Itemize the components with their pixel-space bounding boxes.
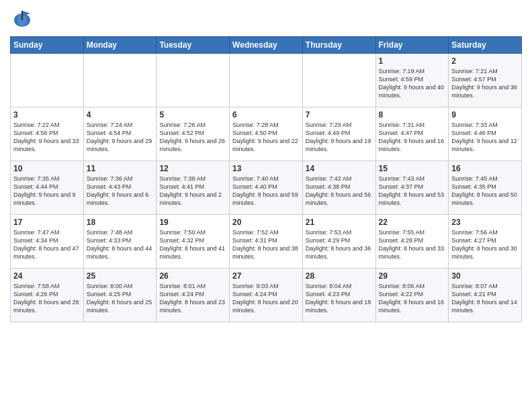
calendar-header-row: SundayMondayTuesdayWednesdayThursdayFrid… — [11, 37, 522, 54]
day-cell: 20Sunrise: 7:52 AM Sunset: 4:31 PM Dayli… — [230, 215, 303, 269]
day-number: 3 — [13, 110, 81, 120]
day-number: 19 — [159, 218, 226, 227]
day-number: 4 — [87, 110, 154, 120]
day-cell: 12Sunrise: 7:38 AM Sunset: 4:41 PM Dayli… — [157, 161, 230, 215]
day-cell: 24Sunrise: 7:58 AM Sunset: 4:26 PM Dayli… — [11, 269, 84, 322]
day-info: Sunrise: 8:07 AM Sunset: 4:21 PM Dayligh… — [451, 282, 519, 315]
day-cell — [230, 54, 303, 107]
logo-icon — [10, 7, 34, 31]
day-cell: 23Sunrise: 7:56 AM Sunset: 4:27 PM Dayli… — [449, 215, 522, 269]
day-cell: 26Sunrise: 8:01 AM Sunset: 4:24 PM Dayli… — [157, 269, 230, 322]
week-row-2: 3Sunrise: 7:22 AM Sunset: 4:56 PM Daylig… — [11, 107, 522, 161]
day-info: Sunrise: 7:22 AM Sunset: 4:56 PM Dayligh… — [13, 121, 81, 154]
day-info: Sunrise: 7:56 AM Sunset: 4:27 PM Dayligh… — [451, 228, 519, 261]
day-number: 15 — [379, 164, 446, 173]
day-number: 30 — [451, 271, 519, 281]
day-info: Sunrise: 7:43 AM Sunset: 4:37 PM Dayligh… — [379, 175, 446, 208]
col-header-sunday: Sunday — [11, 37, 84, 54]
col-header-friday: Friday — [375, 37, 449, 54]
day-cell: 15Sunrise: 7:43 AM Sunset: 4:37 PM Dayli… — [375, 161, 449, 215]
day-info: Sunrise: 7:31 AM Sunset: 4:47 PM Dayligh… — [379, 121, 446, 154]
day-cell: 7Sunrise: 7:29 AM Sunset: 4:49 PM Daylig… — [302, 107, 375, 161]
day-number: 18 — [87, 218, 154, 227]
day-cell: 21Sunrise: 7:53 AM Sunset: 4:29 PM Dayli… — [302, 215, 375, 269]
col-header-thursday: Thursday — [302, 37, 375, 54]
day-cell: 2Sunrise: 7:21 AM Sunset: 4:57 PM Daylig… — [449, 54, 522, 107]
day-cell: 5Sunrise: 7:26 AM Sunset: 4:52 PM Daylig… — [157, 107, 230, 161]
day-number: 1 — [379, 56, 446, 66]
day-cell: 30Sunrise: 8:07 AM Sunset: 4:21 PM Dayli… — [449, 269, 522, 322]
day-cell: 11Sunrise: 7:36 AM Sunset: 4:43 PM Dayli… — [83, 161, 157, 215]
col-header-wednesday: Wednesday — [230, 37, 303, 54]
day-info: Sunrise: 7:38 AM Sunset: 4:41 PM Dayligh… — [159, 175, 226, 208]
day-number: 13 — [232, 164, 300, 173]
day-info: Sunrise: 7:26 AM Sunset: 4:52 PM Dayligh… — [159, 121, 226, 154]
day-number: 14 — [306, 164, 373, 173]
col-header-tuesday: Tuesday — [157, 37, 230, 54]
day-number: 6 — [232, 110, 300, 120]
day-number: 22 — [379, 218, 446, 227]
day-cell: 29Sunrise: 8:06 AM Sunset: 4:22 PM Dayli… — [375, 269, 449, 322]
day-cell: 1Sunrise: 7:19 AM Sunset: 4:59 PM Daylig… — [375, 54, 449, 107]
day-cell — [302, 54, 375, 107]
logo — [10, 7, 37, 31]
day-info: Sunrise: 8:03 AM Sunset: 4:24 PM Dayligh… — [232, 282, 300, 315]
day-number: 25 — [87, 271, 154, 281]
day-cell: 14Sunrise: 7:42 AM Sunset: 4:38 PM Dayli… — [302, 161, 375, 215]
day-number: 9 — [451, 110, 519, 120]
day-cell: 19Sunrise: 7:50 AM Sunset: 4:32 PM Dayli… — [157, 215, 230, 269]
day-info: Sunrise: 7:50 AM Sunset: 4:32 PM Dayligh… — [159, 228, 226, 261]
day-info: Sunrise: 7:21 AM Sunset: 4:57 PM Dayligh… — [451, 67, 519, 100]
day-info: Sunrise: 7:33 AM Sunset: 4:46 PM Dayligh… — [451, 121, 519, 154]
day-cell: 17Sunrise: 7:47 AM Sunset: 4:34 PM Dayli… — [11, 215, 84, 269]
day-number: 27 — [232, 271, 300, 281]
day-number: 17 — [13, 218, 81, 227]
day-info: Sunrise: 7:48 AM Sunset: 4:33 PM Dayligh… — [87, 228, 154, 261]
day-number: 28 — [306, 271, 373, 281]
day-info: Sunrise: 7:24 AM Sunset: 4:54 PM Dayligh… — [87, 121, 154, 154]
day-info: Sunrise: 7:19 AM Sunset: 4:59 PM Dayligh… — [379, 67, 446, 100]
calendar-table: SundayMondayTuesdayWednesdayThursdayFrid… — [10, 36, 522, 322]
day-number: 20 — [232, 218, 300, 227]
day-cell: 27Sunrise: 8:03 AM Sunset: 4:24 PM Dayli… — [230, 269, 303, 322]
day-cell: 28Sunrise: 8:04 AM Sunset: 4:23 PM Dayli… — [302, 269, 375, 322]
day-cell — [11, 54, 84, 107]
week-row-5: 24Sunrise: 7:58 AM Sunset: 4:26 PM Dayli… — [11, 269, 522, 322]
day-cell — [157, 54, 230, 107]
col-header-monday: Monday — [83, 37, 157, 54]
day-cell: 3Sunrise: 7:22 AM Sunset: 4:56 PM Daylig… — [11, 107, 84, 161]
header — [10, 7, 522, 31]
week-row-4: 17Sunrise: 7:47 AM Sunset: 4:34 PM Dayli… — [11, 215, 522, 269]
day-cell: 8Sunrise: 7:31 AM Sunset: 4:47 PM Daylig… — [375, 107, 449, 161]
day-number: 26 — [159, 271, 226, 281]
day-number: 11 — [87, 164, 154, 173]
day-info: Sunrise: 7:29 AM Sunset: 4:49 PM Dayligh… — [306, 121, 373, 154]
svg-rect-4 — [21, 11, 23, 20]
day-number: 12 — [159, 164, 226, 173]
day-number: 21 — [306, 218, 373, 227]
day-number: 10 — [13, 164, 81, 173]
day-number: 24 — [13, 271, 81, 281]
day-info: Sunrise: 7:55 AM Sunset: 4:28 PM Dayligh… — [379, 228, 446, 261]
day-cell: 25Sunrise: 8:00 AM Sunset: 4:25 PM Dayli… — [83, 269, 157, 322]
day-cell: 22Sunrise: 7:55 AM Sunset: 4:28 PM Dayli… — [375, 215, 449, 269]
page: SundayMondayTuesdayWednesdayThursdayFrid… — [0, 0, 532, 411]
day-info: Sunrise: 7:40 AM Sunset: 4:40 PM Dayligh… — [232, 175, 300, 208]
day-number: 7 — [306, 110, 373, 120]
day-info: Sunrise: 7:53 AM Sunset: 4:29 PM Dayligh… — [306, 228, 373, 261]
day-number: 29 — [379, 271, 446, 281]
col-header-saturday: Saturday — [449, 37, 522, 54]
day-info: Sunrise: 7:36 AM Sunset: 4:43 PM Dayligh… — [87, 175, 154, 208]
week-row-3: 10Sunrise: 7:35 AM Sunset: 4:44 PM Dayli… — [11, 161, 522, 215]
day-cell — [83, 54, 157, 107]
day-cell: 10Sunrise: 7:35 AM Sunset: 4:44 PM Dayli… — [11, 161, 84, 215]
day-number: 5 — [159, 110, 226, 120]
day-cell: 16Sunrise: 7:45 AM Sunset: 4:35 PM Dayli… — [449, 161, 522, 215]
day-info: Sunrise: 8:04 AM Sunset: 4:23 PM Dayligh… — [306, 282, 373, 315]
day-cell: 18Sunrise: 7:48 AM Sunset: 4:33 PM Dayli… — [83, 215, 157, 269]
day-number: 16 — [451, 164, 519, 173]
day-info: Sunrise: 7:58 AM Sunset: 4:26 PM Dayligh… — [13, 282, 81, 315]
day-info: Sunrise: 7:42 AM Sunset: 4:38 PM Dayligh… — [306, 175, 373, 208]
day-number: 2 — [451, 56, 519, 66]
day-cell: 13Sunrise: 7:40 AM Sunset: 4:40 PM Dayli… — [230, 161, 303, 215]
